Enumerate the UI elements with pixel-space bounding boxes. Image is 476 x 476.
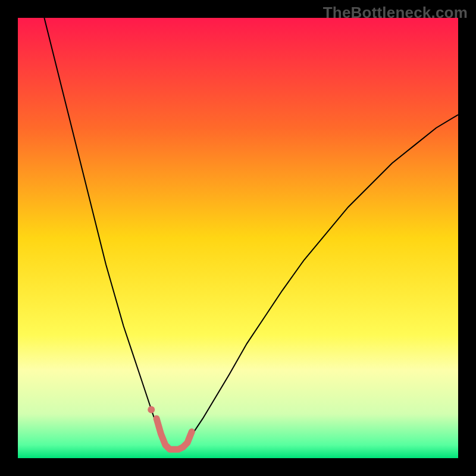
chart-frame: TheBottleneck.com [0, 0, 476, 476]
annotation-layer [148, 406, 155, 414]
background-gradient [18, 18, 458, 458]
plot-area [18, 18, 458, 458]
chart-svg [18, 18, 458, 458]
annotation-dot [148, 406, 155, 414]
watermark-text: TheBottleneck.com [323, 4, 468, 22]
